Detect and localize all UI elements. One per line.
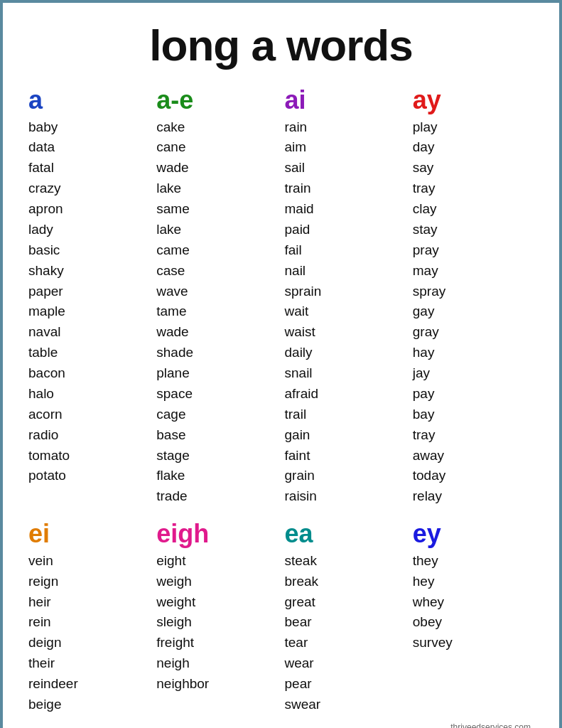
word-item: wave — [156, 282, 277, 302]
word-item: tear — [285, 633, 406, 653]
word-item: raisin — [285, 486, 406, 507]
word-item: clay — [413, 199, 534, 220]
word-item: pray — [413, 240, 534, 261]
word-item: play — [413, 117, 534, 138]
column-ay: ayplaydaysaytrayclaystaypraymayspraygayg… — [413, 86, 534, 507]
word-item: away — [413, 446, 534, 466]
word-item: maid — [285, 199, 406, 220]
word-item: bear — [285, 612, 406, 633]
word-item: basic — [28, 240, 149, 261]
word-item: potato — [28, 466, 149, 486]
word-item: sprain — [285, 282, 406, 302]
word-item: whey — [413, 592, 534, 613]
word-item: neigh — [156, 653, 277, 674]
word-item: paper — [28, 282, 149, 302]
word-item: trade — [156, 486, 277, 507]
word-item: wade — [156, 158, 277, 178]
word-item: daily — [285, 343, 406, 363]
word-item: tomato — [28, 446, 149, 466]
word-item: stay — [413, 220, 534, 240]
word-item: wade — [156, 322, 277, 343]
col-header-a-e: a-e — [156, 86, 277, 114]
word-item: pear — [285, 674, 406, 695]
word-item: gray — [413, 322, 534, 343]
word-item: tray — [413, 425, 534, 446]
word-item: naval — [28, 322, 149, 343]
column-ea: easteakbreakgreatbeartearwearpearswear — [285, 520, 406, 715]
word-item: eight — [156, 551, 277, 572]
word-item: weigh — [156, 572, 277, 592]
col-header-ey: ey — [413, 520, 534, 548]
word-item: steak — [285, 551, 406, 572]
word-item: table — [28, 343, 149, 363]
col-header-ei: ei — [28, 520, 149, 548]
word-item: plane — [156, 363, 277, 384]
column-ey: eytheyheywheyobeysurvey — [413, 520, 534, 715]
word-item: pay — [413, 384, 534, 405]
word-item: rein — [28, 612, 149, 633]
word-item: case — [156, 261, 277, 282]
word-item: aim — [285, 137, 406, 158]
word-item: train — [285, 178, 406, 199]
word-item: great — [285, 592, 406, 613]
word-item: relay — [413, 486, 534, 507]
word-item: spray — [413, 282, 534, 302]
word-item: data — [28, 137, 149, 158]
word-item: jay — [413, 363, 534, 384]
word-item: grain — [285, 466, 406, 486]
word-item: same — [156, 199, 277, 220]
top-columns: ababydatafatalcrazyapronladybasicshakypa… — [28, 86, 534, 507]
word-item: wait — [285, 301, 406, 322]
word-item: they — [413, 551, 534, 572]
word-item: survey — [413, 633, 534, 653]
word-item: fail — [285, 240, 406, 261]
col-header-ea: ea — [285, 520, 406, 548]
word-item: lake — [156, 220, 277, 240]
word-item: fatal — [28, 158, 149, 178]
word-item: afraid — [285, 384, 406, 405]
word-item: tame — [156, 301, 277, 322]
word-item: sleigh — [156, 612, 277, 633]
word-item: swear — [285, 695, 406, 715]
word-item: apron — [28, 199, 149, 220]
word-item: lady — [28, 220, 149, 240]
col-header-ay: ay — [413, 86, 534, 114]
word-item: weight — [156, 592, 277, 613]
page-title: long a words — [28, 20, 534, 70]
word-item: rain — [285, 117, 406, 138]
word-item: hay — [413, 343, 534, 363]
word-item: came — [156, 240, 277, 261]
word-item: faint — [285, 446, 406, 466]
word-item: cage — [156, 405, 277, 425]
word-item: gain — [285, 425, 406, 446]
word-item: snail — [285, 363, 406, 384]
word-item: crazy — [28, 178, 149, 199]
word-item: day — [413, 137, 534, 158]
bottom-columns: eiveinreignheirreindeigntheirreindeerbei… — [28, 520, 534, 715]
word-item: obey — [413, 612, 534, 633]
word-item: may — [413, 261, 534, 282]
word-item: their — [28, 653, 149, 674]
word-item: paid — [285, 220, 406, 240]
word-item: baby — [28, 117, 149, 138]
col-header-a: a — [28, 86, 149, 114]
word-item: sail — [285, 158, 406, 178]
word-item: tray — [413, 178, 534, 199]
column-ai: airainaimsailtrainmaidpaidfailnailsprain… — [285, 86, 406, 507]
footer: thriveedservices.com — [28, 722, 534, 728]
word-item: say — [413, 158, 534, 178]
word-item: hey — [413, 572, 534, 592]
word-item: shade — [156, 343, 277, 363]
word-item: wear — [285, 653, 406, 674]
word-item: freight — [156, 633, 277, 653]
page: long a words ababydatafatalcrazyapronlad… — [0, 0, 562, 728]
word-item: space — [156, 384, 277, 405]
word-item: lake — [156, 178, 277, 199]
col-header-ai: ai — [285, 86, 406, 114]
word-item: today — [413, 466, 534, 486]
word-item: trail — [285, 405, 406, 425]
word-item: base — [156, 425, 277, 446]
word-item: deign — [28, 633, 149, 653]
column-a: ababydatafatalcrazyapronladybasicshakypa… — [28, 86, 149, 507]
word-item: heir — [28, 592, 149, 613]
